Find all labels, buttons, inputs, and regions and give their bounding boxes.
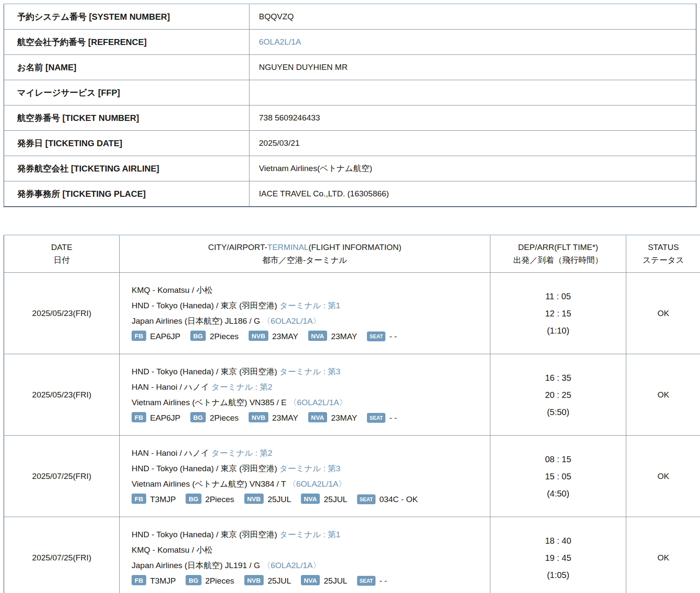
ticketing-airline-label: 発券航空会社 [TICKETING AIRLINE]: [4, 156, 249, 181]
date-header-en: DATE: [5, 241, 119, 254]
nva-value: 23MAY: [331, 413, 357, 422]
booking-info-table: 予約システム番号 [SYSTEM NUMBER] BQQVZQ 航空会社予約番号…: [3, 3, 697, 207]
status-column-header: STATUS ステータス: [626, 235, 700, 273]
status-header-ja: ステータス: [627, 254, 700, 267]
dep-arr-cell: 16 : 35 20 : 25 (5:50): [490, 354, 626, 436]
origin-text: HND - Tokyo (Haneda) / 東京 (羽田空港): [132, 367, 279, 376]
fare-details-line: FBEAP6JP BG2Pieces NVB23MAY NVA23MAY SEA…: [132, 329, 486, 344]
date-column-header: DATE 日付: [4, 235, 120, 273]
destination-text: HAN - Hanoi / ハノイ: [132, 382, 211, 391]
terminal-link[interactable]: ターミナル : 第1: [279, 530, 340, 539]
table-row: お名前 [NAME] NGUYEN DUYHIEN MR: [4, 55, 696, 80]
terminal-link[interactable]: ターミナル : 第3: [279, 464, 340, 473]
seat-value: - -: [389, 413, 397, 422]
fare-basis-value: EAP6JP: [150, 332, 180, 341]
seat-value: 034C - OK: [379, 495, 418, 504]
booking-ref-link[interactable]: 〈6OLA2L/1A〉: [262, 316, 321, 325]
flight-row: 2025/05/23(FRI) KMQ - Komatsu / 小松 HND -…: [4, 273, 700, 354]
ticketing-date-value: 2025/03/21: [249, 131, 697, 156]
ticketing-place-value: IACE TRAVEL Co.,LTD. (16305866): [249, 181, 697, 207]
flight-row: 2025/05/23(FRI) HND - Tokyo (Haneda) / 東…: [4, 354, 700, 436]
flight-segments-table: DATE 日付 CITY/AIRPORT-TERMINAL(FLIGHT INF…: [3, 235, 700, 593]
arrival-time: 12 : 15: [491, 305, 625, 322]
system-number-value: BQQVZQ: [249, 4, 697, 30]
departure-time: 08 : 15: [491, 451, 625, 468]
system-number-label: 予約システム番号 [SYSTEM NUMBER]: [4, 4, 249, 30]
deparr-header-en: DEP/ARR(FLT TIME*): [491, 241, 625, 254]
ticketing-airline-value: Vietnam Airlines(ベトナム航空): [249, 156, 697, 181]
status-value: OK: [626, 436, 700, 517]
dep-arr-cell: 08 : 15 15 : 05 (4:50): [490, 436, 626, 517]
table-row: 航空会社予約番号 [REFERENCE] 6OLA2L/1A: [4, 30, 696, 55]
bg-badge: BG: [186, 494, 201, 504]
table-row: 予約システム番号 [SYSTEM NUMBER] BQQVZQ: [4, 4, 696, 30]
nvb-value: 23MAY: [272, 332, 298, 341]
name-label: お名前 [NAME]: [4, 55, 249, 80]
ffp-value: [249, 80, 697, 105]
destination-line: HND - Tokyo (Haneda) / 東京 (羽田空港) ターミナル :…: [132, 298, 486, 313]
booking-ref-link[interactable]: 〈6OLA2L/1A〉: [288, 479, 346, 488]
destination-line: HAN - Hanoi / ハノイ ターミナル : 第2: [132, 379, 486, 395]
flight-info-text: Vietnam Airlines (ベトナム航空) VN385 / E: [132, 398, 289, 407]
table-row: 発券日 [TICKETING DATE] 2025/03/21: [4, 131, 696, 156]
table-row: 発券航空会社 [TICKETING AIRLINE] Vietnam Airli…: [4, 156, 696, 181]
fb-badge: FB: [132, 412, 146, 422]
bg-badge: BG: [186, 575, 201, 585]
name-value: NGUYEN DUYHIEN MR: [249, 55, 697, 80]
nvb-value: 23MAY: [272, 413, 298, 422]
nvb-value: 25JUL: [267, 495, 291, 504]
bg-badge: BG: [190, 412, 206, 422]
flight-city-cell: HND - Tokyo (Haneda) / 東京 (羽田空港) ターミナル :…: [120, 517, 490, 593]
table-row: 航空券番号 [TICKET NUMBER] 738 5609246433: [4, 105, 696, 131]
flight-info-line: Japan Airlines (日本航空) JL186 / G 〈6OLA2L/…: [132, 313, 486, 329]
flight-date: 2025/07/25(FRI): [4, 517, 120, 593]
flight-info-text: Japan Airlines (日本航空) JL191 / G: [132, 561, 262, 570]
origin-line: HND - Tokyo (Haneda) / 東京 (羽田空港) ターミナル :…: [132, 527, 486, 542]
nva-badge: NVA: [308, 412, 327, 422]
fb-badge: FB: [132, 494, 146, 504]
baggage-value: 2Pieces: [210, 413, 239, 422]
status-value: OK: [626, 517, 700, 593]
nva-value: 25JUL: [324, 576, 347, 585]
booking-ref-link[interactable]: 〈6OLA2L/1A〉: [289, 398, 347, 407]
city-column-header: CITY/AIRPORT-TERMINAL(FLIGHT INFORMATION…: [120, 235, 490, 273]
city-header-pre: CITY/AIRPORT-: [208, 243, 267, 252]
origin-line: HAN - Hanoi / ハノイ ターミナル : 第2: [132, 446, 486, 461]
origin-text: KMQ - Komatsu / 小松: [132, 286, 213, 295]
dep-arr-cell: 11 : 05 12 : 15 (1:10): [490, 273, 626, 354]
origin-text: HND - Tokyo (Haneda) / 東京 (羽田空港): [132, 530, 279, 539]
seat-value: - -: [379, 576, 387, 585]
bg-badge: BG: [190, 331, 206, 341]
date-header-ja: 日付: [5, 254, 119, 267]
origin-line: KMQ - Komatsu / 小松: [132, 283, 486, 298]
flight-info-line: Japan Airlines (日本航空) JL191 / G 〈6OLA2L/…: [132, 558, 486, 573]
booking-ref-link[interactable]: 〈6OLA2L/1A〉: [262, 561, 321, 570]
deparr-column-header: DEP/ARR(FLT TIME*) 出発／到着（飛行時間）: [490, 235, 626, 273]
status-header-en: STATUS: [627, 241, 700, 254]
ticket-number-value: 738 5609246433: [249, 105, 697, 131]
destination-line: HND - Tokyo (Haneda) / 東京 (羽田空港) ターミナル :…: [132, 461, 486, 476]
terminal-link[interactable]: ターミナル : 第2: [211, 382, 272, 391]
city-header-post: (FLIGHT INFORMATION): [309, 243, 402, 252]
seat-badge: SEAT: [367, 413, 385, 423]
flight-duration: (1:10): [491, 322, 625, 339]
terminal-link[interactable]: ターミナル : 第1: [279, 301, 340, 310]
fare-basis-value: EAP6JP: [150, 413, 180, 422]
flight-info-text: Vietnam Airlines (ベトナム航空) VN384 / T: [132, 479, 288, 488]
departure-time: 18 : 40: [491, 532, 625, 549]
ffp-label: マイレージサービス [FFP]: [4, 80, 249, 105]
nva-badge: NVA: [308, 331, 327, 341]
terminal-link[interactable]: ターミナル : 第2: [211, 449, 272, 458]
destination-text: HND - Tokyo (Haneda) / 東京 (羽田空港): [132, 464, 279, 473]
airline-reference-link[interactable]: 6OLA2L/1A: [259, 37, 301, 46]
origin-line: HND - Tokyo (Haneda) / 東京 (羽田空港) ターミナル :…: [132, 364, 486, 379]
terminal-link[interactable]: ターミナル : 第3: [279, 367, 340, 376]
nvb-badge: NVB: [249, 412, 268, 422]
seat-badge: SEAT: [357, 494, 376, 504]
flight-city-cell: HND - Tokyo (Haneda) / 東京 (羽田空港) ターミナル :…: [120, 354, 490, 436]
status-value: OK: [626, 273, 700, 354]
nva-badge: NVA: [301, 494, 320, 504]
reference-label: 航空会社予約番号 [REFERENCE]: [4, 30, 249, 55]
destination-line: KMQ - Komatsu / 小松: [132, 542, 486, 558]
fare-basis-value: T3MJP: [150, 495, 176, 504]
